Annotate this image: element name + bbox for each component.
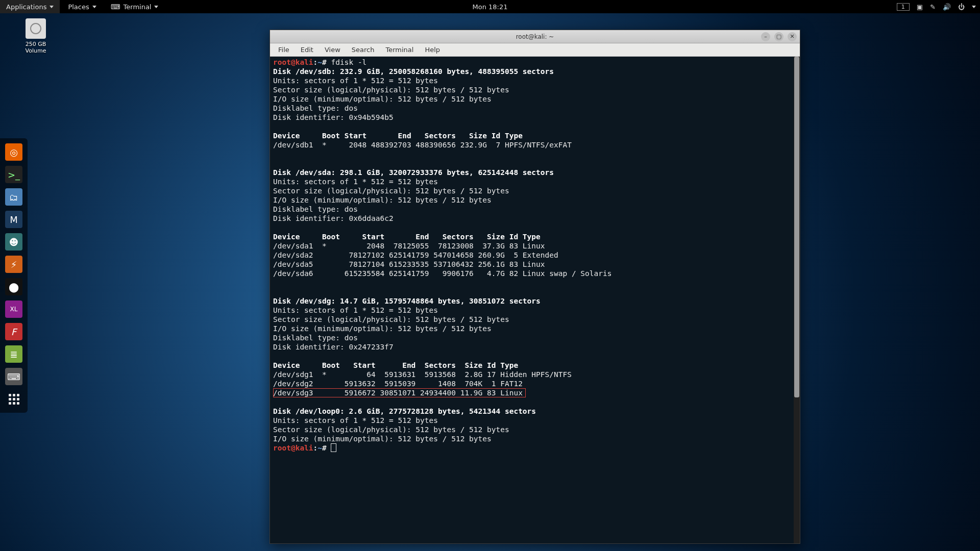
applications-label: Applications [6, 3, 46, 11]
apps-grid-icon [9, 394, 19, 405]
menubar: File Edit View Search Terminal Help [270, 43, 800, 57]
sda-row: /dev/sda1 * 2048 78125055 78123008 37.3G… [273, 242, 545, 250]
dock-keyboard[interactable]: ⌨ [5, 368, 22, 385]
color-picker-icon[interactable]: ✎ [930, 3, 936, 11]
dock-recorder[interactable]: ⬤ [5, 278, 22, 295]
disk-sda-header: Disk /dev/sda: 298.1 GiB, 320072933376 b… [273, 168, 554, 177]
prompt-path: ~ [317, 444, 322, 452]
sdg-table-head: Device Boot Start End Sectors Size Id Ty… [273, 361, 518, 369]
volume-size-label: 250 GB [15, 41, 56, 47]
caret-down-icon [972, 6, 976, 8]
places-label: Places [68, 3, 89, 11]
menu-terminal[interactable]: Terminal [380, 44, 419, 55]
applications-menu[interactable]: Applications [0, 0, 60, 13]
clock[interactable]: Mon 18:21 [466, 0, 513, 13]
scrollbar-thumb[interactable] [794, 57, 799, 397]
prompt-path: ~ [317, 58, 322, 66]
current-app-indicator[interactable]: ⌨ Terminal [105, 0, 165, 13]
terminal-body[interactable]: root@kali:~# fdisk -l Disk /dev/sdb: 232… [270, 57, 800, 543]
terminal-icon: ⌨ [111, 3, 120, 11]
sdg-row: /dev/sdg2 5913632 5915039 1408 704K 1 FA… [273, 380, 523, 388]
window-title: root@kali: ~ [516, 33, 554, 40]
minimize-button[interactable]: – [761, 32, 770, 41]
dock-tool[interactable]: XL [5, 300, 22, 318]
disk-sdb-header: Disk /dev/sdb: 232.9 GiB, 250058268160 b… [273, 67, 554, 76]
caret-down-icon [154, 6, 158, 8]
dock-notes[interactable]: ≣ [5, 345, 22, 363]
sda-row: /dev/sda5 78127104 615233535 537106432 2… [273, 260, 545, 268]
dock-metasploit[interactable]: M [5, 211, 22, 228]
prompt-host: root@kali [273, 444, 313, 452]
caret-down-icon [92, 6, 96, 8]
menu-edit[interactable]: Edit [296, 44, 318, 55]
menu-view[interactable]: View [320, 44, 346, 55]
volume-icon[interactable]: 🔊 [943, 3, 951, 11]
sda-row: /dev/sda6 615235584 625141759 9906176 4.… [273, 269, 611, 278]
dock-faraday[interactable]: F [5, 323, 22, 340]
power-icon[interactable]: ⏻ [958, 3, 965, 11]
dock-apps-grid[interactable] [5, 390, 22, 408]
titlebar[interactable]: root@kali: ~ – ▢ ✕ [270, 30, 800, 43]
disk-sdg-header: Disk /dev/sdg: 14.7 GiB, 15795748864 byt… [273, 297, 541, 305]
volume-label: Volume [15, 47, 56, 54]
dock-firefox[interactable]: ◎ [5, 143, 22, 161]
clock-label: Mon 18:21 [472, 3, 507, 11]
sda-row: /dev/sda2 78127102 625141759 547014658 2… [273, 251, 558, 259]
menu-file[interactable]: File [273, 44, 295, 55]
places-menu[interactable]: Places [62, 0, 102, 13]
top-panel: Applications Places ⌨ Terminal Mon 18:21… [0, 0, 980, 13]
prompt-host: root@kali [273, 58, 313, 66]
sdg-row-highlighted: /dev/sdg3 5916672 30851071 24934400 11.9… [273, 388, 526, 397]
dock-files[interactable]: 🗂 [5, 188, 22, 206]
sdb-table-head: Device Boot Start End Sectors Size Id Ty… [273, 132, 523, 140]
terminal-window: root@kali: ~ – ▢ ✕ File Edit View Search… [270, 30, 800, 544]
dock-armitage[interactable]: ☻ [5, 233, 22, 251]
disk-icon [26, 18, 46, 39]
workspace-indicator[interactable]: 1 [897, 3, 910, 11]
sda-table-head: Device Boot Start End Sectors Size Id Ty… [273, 233, 541, 241]
video-icon[interactable]: ▣ [917, 3, 923, 11]
close-button[interactable]: ✕ [788, 32, 797, 41]
dock-terminal[interactable]: >_ [5, 166, 22, 183]
dock-burp[interactable]: ⚡ [5, 256, 22, 273]
sdb-row: /dev/sdb1 * 2048 488392703 488390656 232… [273, 141, 572, 149]
command: fdisk -l [331, 58, 367, 66]
dock: ◎ >_ 🗂 M ☻ ⚡ ⬤ XL F ≣ ⌨ [0, 138, 28, 413]
disk-loop0-header: Disk /dev/loop0: 2.6 GiB, 2775728128 byt… [273, 407, 536, 415]
current-app-label: Terminal [124, 3, 152, 11]
terminal-output[interactable]: root@kali:~# fdisk -l Disk /dev/sdb: 232… [270, 57, 794, 543]
menu-search[interactable]: Search [347, 44, 380, 55]
caret-down-icon [50, 6, 54, 8]
sdg-row: /dev/sdg1 * 64 5913631 5913568 2.8G 17 H… [273, 370, 572, 379]
menu-help[interactable]: Help [420, 44, 445, 55]
desktop-volume-icon[interactable]: 250 GB Volume [15, 18, 56, 54]
cursor-icon [331, 444, 336, 452]
scrollbar[interactable] [794, 57, 800, 543]
maximize-button[interactable]: ▢ [774, 32, 783, 41]
